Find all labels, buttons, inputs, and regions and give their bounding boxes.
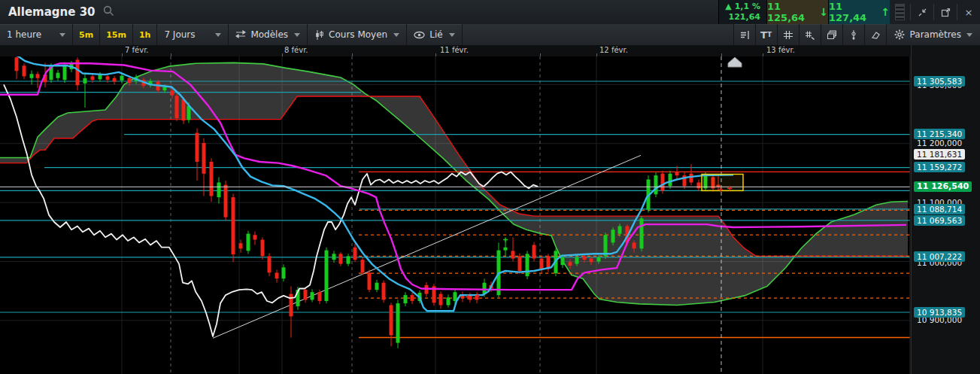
draw-tools-icon[interactable] <box>799 24 821 45</box>
price-axis-label: 11 088,714 <box>914 204 965 214</box>
linked-dropdown[interactable]: Lié <box>407 24 462 45</box>
price-axis[interactable]: 11 300,00011 200,00011 100,00011 000,000… <box>911 45 980 374</box>
timeframe-label: 1 heure <box>7 29 41 40</box>
chevron-down-icon <box>59 33 65 37</box>
price-axis-label: 11 181,631 <box>914 149 965 160</box>
depth-ladder-icon[interactable] <box>895 4 905 20</box>
eye-icon <box>414 31 425 39</box>
price-axis-label: 11 069,563 <box>914 215 965 226</box>
date-label: 7 févr. <box>125 46 149 54</box>
quick-timeframe-15m[interactable]: 15m <box>100 24 133 45</box>
average-price-label: Cours Moyen <box>329 29 387 40</box>
price-axis-label: 11 200,000 <box>914 138 965 148</box>
price-axis-label: 11 159,272 <box>914 162 965 172</box>
buy-arrow-up-icon: ↑ <box>881 6 890 18</box>
close-icon[interactable]: × <box>957 4 980 20</box>
search-icon[interactable] <box>103 5 114 20</box>
buy-price: 11 127,44 <box>829 1 878 23</box>
sell-price: 11 125,64 <box>767 1 816 23</box>
sell-arrow-down-icon: ↓ <box>819 6 828 18</box>
price-axis-label: 10 913,835 <box>914 307 965 318</box>
eraser-icon[interactable] <box>864 24 886 45</box>
title-bar: Allemagne 30 ▲ 1,1 % 121,64 11 125,64 ↓ … <box>0 0 980 25</box>
quick-timeframe-5m[interactable]: 5m <box>73 24 100 45</box>
settings-label: Paramètres <box>910 29 961 40</box>
text-annotation-icon[interactable]: TT <box>755 24 777 45</box>
popout-window-icon[interactable] <box>933 4 957 20</box>
date-label: 12 févr. <box>599 46 628 54</box>
price-axis-label: 11 305,583 <box>914 76 965 87</box>
collapse-window-icon[interactable] <box>910 4 933 20</box>
change-percent: ▲ 1,1 % <box>725 2 760 12</box>
chart-toolbar: 1 heure 5m 15m 1h 7 Jours Modèles Cours … <box>0 24 980 46</box>
change-block: ▲ 1,1 % 121,64 <box>718 0 766 24</box>
instrument-title: Allemagne 30 <box>8 5 96 19</box>
quick-timeframe-1h[interactable]: 1h <box>133 24 158 45</box>
chevron-down-icon <box>215 33 221 37</box>
layers-icon[interactable] <box>821 24 842 45</box>
range-label: 7 Jours <box>164 29 195 40</box>
average-price-dropdown[interactable]: Cours Moyen <box>308 24 407 45</box>
date-label: 13 févr. <box>766 46 795 54</box>
grid-icon[interactable] <box>777 24 799 45</box>
timeframe-dropdown[interactable]: 1 heure <box>0 24 73 45</box>
chart-canvas[interactable] <box>0 56 911 374</box>
current-price-badge: 11 126,540 <box>914 181 972 192</box>
gear-icon <box>894 29 905 40</box>
crosshair-icon[interactable] <box>842 24 864 45</box>
settings-dropdown[interactable]: Paramètres <box>886 24 980 45</box>
legend-icon[interactable] <box>733 24 755 45</box>
candles-icon <box>314 30 324 40</box>
models-dropdown[interactable]: Modèles <box>229 24 308 45</box>
indicator-sliders-icon <box>235 30 246 39</box>
price-axis-label: 11 215,340 <box>914 129 965 139</box>
change-absolute: 121,64 <box>725 12 760 23</box>
date-label: 11 févr. <box>440 46 469 54</box>
time-axis[interactable]: 7 févr.8 févr.11 févr.12 févr.13 févr. <box>0 45 911 57</box>
buy-price-button[interactable]: 11 127,44 ↑ <box>828 0 890 24</box>
date-label: 8 févr. <box>284 46 308 54</box>
linked-label: Lié <box>429 29 442 40</box>
models-label: Modèles <box>250 29 288 40</box>
sell-price-button[interactable]: 11 125,64 ↓ <box>766 0 828 24</box>
price-axis-label: 11 007,222 <box>914 251 965 262</box>
range-dropdown[interactable]: 7 Jours <box>157 24 229 45</box>
